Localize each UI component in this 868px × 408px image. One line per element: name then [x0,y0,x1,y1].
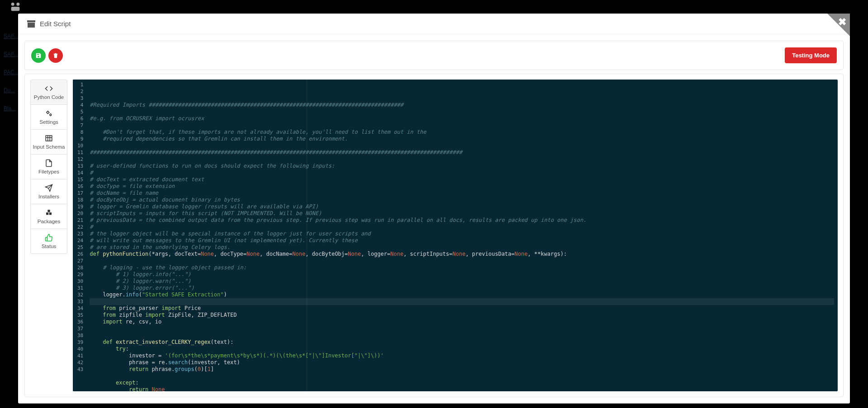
delete-button[interactable] [48,48,63,63]
testing-mode-button[interactable]: Testing Mode [785,47,837,63]
packages-icon [45,209,53,217]
tab-input-schema[interactable]: Input Schema [31,130,67,155]
toolbar: Testing Mode [24,41,844,70]
edit-script-modal: ✖ Edit Script Testing Mode Python Code S… [18,14,850,403]
tab-filetypes[interactable]: Filetypes [31,155,67,179]
tab-packages[interactable]: Packages [31,204,67,229]
tab-python-code[interactable]: Python Code [31,80,67,105]
tab-label: Input Schema [33,144,65,150]
table-icon [45,134,53,142]
svg-point-0 [11,3,14,6]
tab-label: Python Code [34,94,64,100]
save-icon [35,52,42,59]
svg-point-1 [16,3,19,6]
thumbs-up-icon [45,234,53,242]
plane-icon [45,184,53,192]
svg-point-3 [47,112,49,114]
toolbar-left [31,48,63,63]
svg-rect-2 [11,7,20,11]
svg-point-4 [50,114,52,116]
code-icon [45,84,53,93]
app-logo-icon [9,0,22,13]
svg-rect-11 [47,210,50,212]
save-button[interactable] [31,48,46,63]
trash-icon [52,52,59,59]
file-icon [45,159,53,167]
tab-label: Installers [38,194,59,199]
modal-title: Edit Script [40,20,71,28]
tab-label: Filetypes [38,169,59,174]
modal-header: Edit Script [18,14,850,34]
svg-rect-9 [46,212,48,215]
tab-sidebar: Python Code Settings Input Schema Filety… [30,80,67,254]
app-top-bar [0,0,868,14]
archive-icon [27,20,35,28]
tab-label: Settings [39,119,58,125]
tab-installers[interactable]: Installers [31,179,67,204]
svg-rect-5 [46,136,52,141]
close-icon[interactable]: ✖ [838,16,846,28]
tab-settings[interactable]: Settings [31,105,67,130]
svg-rect-10 [49,212,52,215]
code-area[interactable]: #Required Imports ######################… [86,80,838,391]
tab-label: Packages [38,219,61,224]
tab-status[interactable]: Status [31,229,67,253]
code-gutter: 1234567891011121314151617181920212223242… [73,80,86,391]
code-editor[interactable]: 1234567891011121314151617181920212223242… [73,80,838,391]
tab-label: Status [42,244,57,249]
editor-card: Python Code Settings Input Schema Filety… [24,74,844,397]
cogs-icon [45,109,53,117]
